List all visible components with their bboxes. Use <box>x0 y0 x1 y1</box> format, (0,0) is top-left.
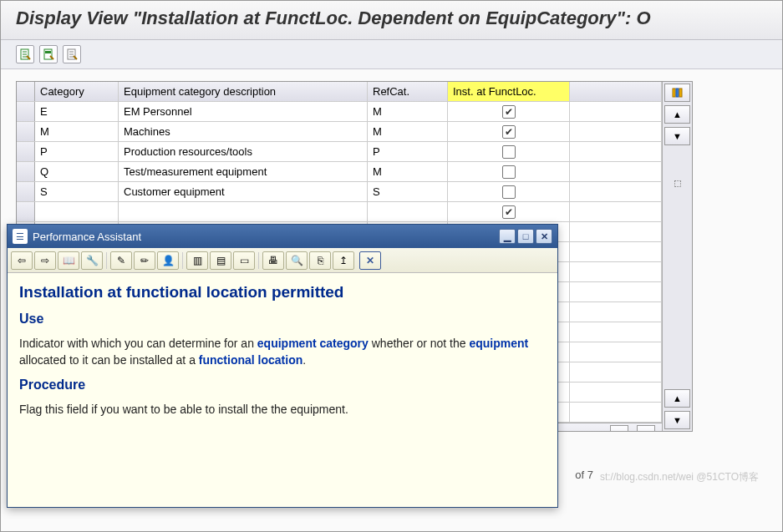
table-row[interactable]: QTest/measurement equipmentM <box>17 162 662 182</box>
page-title: Display View "Installation at FunctLoc. … <box>1 1 782 40</box>
cell-refcat <box>368 202 448 221</box>
help-use-heading: Use <box>19 312 546 327</box>
col-description[interactable]: Equipment category description <box>119 82 368 101</box>
cell-inst <box>448 202 570 221</box>
row-selector[interactable] <box>17 202 35 221</box>
cell-refcat: P <box>368 142 448 161</box>
page-up-icon[interactable]: ▲ <box>664 389 690 408</box>
cell-category <box>35 202 119 221</box>
link-equipment-category[interactable]: equipment category <box>257 337 369 350</box>
link-equipment[interactable]: equipment <box>469 337 528 350</box>
popup-toolbar: ⇦ ⇨ 📖 🔧 ✎ ✏ 👤 ▥ ▤ ▭ 🖶 🔍 ⎘ ↥ ✕ <box>8 248 557 273</box>
inst-checkbox[interactable] <box>502 125 516 139</box>
cell-category: Q <box>35 162 119 181</box>
scroll-track[interactable] <box>663 147 692 388</box>
scroll-up-icon[interactable]: ▲ <box>664 105 690 124</box>
cell-category: E <box>35 102 119 121</box>
svg-rect-2 <box>45 51 51 53</box>
table-header-row: Category Equipment category description … <box>17 82 662 102</box>
app-toolbar <box>1 40 782 69</box>
help-icon: ☰ <box>13 229 28 244</box>
new-doc-icon[interactable]: ▭ <box>233 251 255 270</box>
row-selector[interactable] <box>17 142 35 161</box>
help-procedure-text: Flag this field if you want to be able t… <box>19 401 546 418</box>
inst-checkbox[interactable] <box>502 165 516 179</box>
cell-category: S <box>35 182 119 201</box>
cell-inst <box>448 122 570 141</box>
nav-back-icon[interactable]: ⇦ <box>11 251 33 270</box>
svg-rect-1 <box>44 49 52 59</box>
pencil-icon[interactable]: ✏ <box>134 251 155 270</box>
scroll-down-icon[interactable]: ▼ <box>664 127 690 145</box>
minimize-icon[interactable]: ▁ <box>499 229 516 244</box>
row-selector[interactable] <box>17 182 35 201</box>
vertical-scrollbar[interactable]: ▲ ▼ ▲ ▼ <box>662 82 692 431</box>
tech-info-icon[interactable]: 🔧 <box>81 251 103 270</box>
cell-inst <box>448 142 570 161</box>
close-icon[interactable]: ✕ <box>536 229 552 244</box>
table-row[interactable]: PProduction resources/toolsP <box>17 142 662 162</box>
cell-description: Machines <box>119 122 368 141</box>
col-refcat[interactable]: RefCat. <box>368 82 448 101</box>
cell-refcat: M <box>368 122 448 141</box>
cell-category: P <box>35 142 119 161</box>
table-row[interactable] <box>17 202 662 222</box>
watermark: st://blog.csdn.net/wei @51CTO博客 <box>600 470 759 484</box>
popup-title-text: Performance Assistant <box>33 231 141 243</box>
row-selector[interactable] <box>17 102 35 121</box>
settings-icon[interactable] <box>664 84 690 102</box>
note-icon[interactable]: ▤ <box>210 251 231 270</box>
toolbar-details-icon[interactable] <box>16 45 34 63</box>
cell-description: EM Personnel <box>119 102 368 121</box>
col-category[interactable]: Category <box>35 82 119 101</box>
table-row[interactable]: EEM PersonnelM <box>17 102 662 122</box>
copy-icon[interactable]: ⎘ <box>309 251 331 270</box>
inst-checkbox[interactable] <box>502 145 516 159</box>
help-use-text: Indicator with which you can determine f… <box>19 335 546 369</box>
nav-fwd-icon[interactable]: ⇨ <box>34 251 56 270</box>
col-inst-at-functloc[interactable]: Inst. at FunctLoc. <box>448 82 570 101</box>
cell-refcat: M <box>368 162 448 181</box>
cell-refcat: M <box>368 102 448 121</box>
up-icon[interactable]: ↥ <box>333 251 354 270</box>
inst-checkbox[interactable] <box>502 185 516 199</box>
performance-assistant-window: ☰ Performance Assistant ▁ □ ✕ ⇦ ⇨ 📖 🔧 ✎ … <box>7 224 558 508</box>
maximize-icon[interactable]: □ <box>517 229 534 244</box>
cell-description: Customer equipment <box>119 182 368 201</box>
print-icon[interactable]: 🖶 <box>262 251 284 270</box>
cell-category: M <box>35 122 119 141</box>
help-procedure-heading: Procedure <box>19 377 546 393</box>
scroll-right-icon[interactable]: ▶ <box>637 425 655 432</box>
toolbar-deselect-icon[interactable] <box>63 45 81 63</box>
toolbar-close-icon[interactable]: ✕ <box>359 251 381 270</box>
cell-description <box>119 202 368 221</box>
cell-description: Production resources/tools <box>119 142 368 161</box>
person-icon[interactable]: 👤 <box>157 251 179 270</box>
inst-checkbox[interactable] <box>502 105 516 119</box>
svg-rect-6 <box>679 89 682 97</box>
help-heading: Installation at functional location perm… <box>19 283 546 301</box>
toolbar-select-block-icon[interactable] <box>39 45 58 63</box>
cell-description: Test/measurement equipment <box>119 162 368 181</box>
edit-icon[interactable]: ✎ <box>110 251 132 270</box>
find-icon[interactable]: 🔍 <box>286 251 308 270</box>
table-row[interactable]: MMachinesM <box>17 122 662 142</box>
table-row[interactable]: SCustomer equipmentS <box>17 182 662 202</box>
scroll-left-icon[interactable]: ◀ <box>610 425 628 432</box>
link-functional-location[interactable]: functional location <box>199 353 303 367</box>
list-icon[interactable]: ▥ <box>186 251 208 270</box>
svg-rect-4 <box>673 89 675 97</box>
inst-checkbox[interactable] <box>502 205 516 219</box>
cell-inst <box>448 102 570 121</box>
row-selector[interactable] <box>17 162 35 181</box>
row-selector[interactable] <box>17 122 35 141</box>
header-select-all[interactable] <box>17 82 35 101</box>
book-icon[interactable]: 📖 <box>58 251 79 270</box>
row-count: of 7 <box>575 469 593 481</box>
cell-inst <box>448 182 570 201</box>
popup-titlebar[interactable]: ☰ Performance Assistant ▁ □ ✕ <box>8 225 557 248</box>
cell-inst <box>448 162 570 181</box>
page-down-icon[interactable]: ▼ <box>664 411 690 429</box>
svg-rect-5 <box>676 89 679 97</box>
cell-refcat: S <box>368 182 448 201</box>
